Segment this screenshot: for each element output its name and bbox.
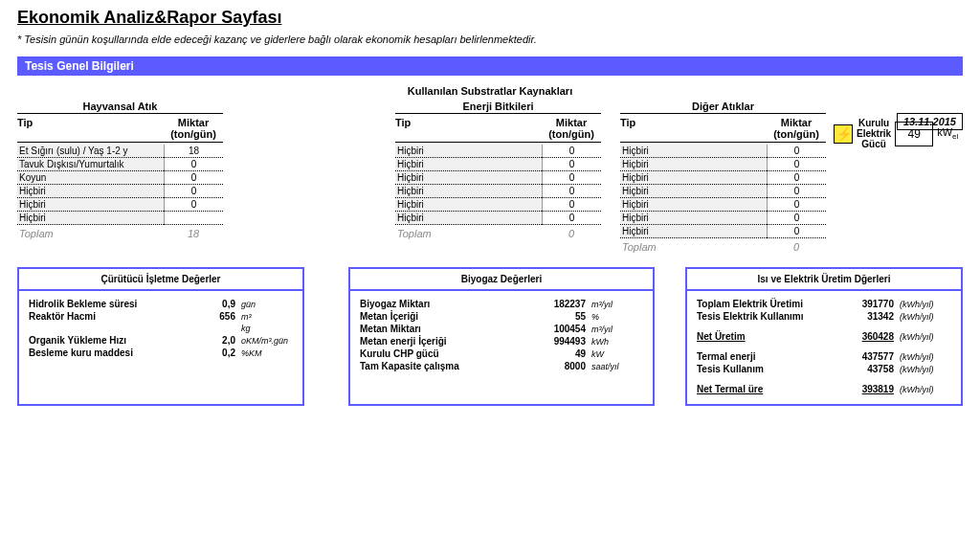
stat-label: Metan enerji İçeriği bbox=[360, 336, 540, 347]
stat-row: Metan Miktarı100454m³/yıl bbox=[360, 324, 643, 334]
stat-value: 0,9 bbox=[189, 299, 235, 309]
stat-row: Biyogaz Miktarı182237m³/yıl bbox=[360, 299, 643, 309]
stat-unit: (kWh/yıl) bbox=[894, 385, 951, 394]
cell-miktar: 0 bbox=[164, 171, 223, 185]
stat-row: Besleme kuru maddesi0,2%KM bbox=[29, 347, 293, 358]
table-row: Hiçbiri0 bbox=[395, 171, 601, 185]
table-row: Hiçbiri0 bbox=[620, 225, 826, 238]
stat-unit: kg bbox=[235, 324, 293, 333]
stat-row: Termal enerji437577(kWh/yıl) bbox=[697, 351, 951, 362]
stat-unit: kWh bbox=[586, 337, 643, 347]
stat-unit: %KM bbox=[235, 348, 293, 358]
col-tip: Tip bbox=[620, 117, 767, 140]
table-row: Hiçbiri0 bbox=[17, 198, 223, 212]
stat-label: Biyogaz Miktarı bbox=[360, 299, 540, 309]
page-subtitle: * Tesisin günün koşullarında elde edeceğ… bbox=[17, 34, 963, 45]
stat-unit: gün bbox=[235, 300, 293, 309]
cell-tip: Hiçbiri bbox=[620, 171, 767, 185]
stat-row: Tam Kapasite çalışma8000saat/yıl bbox=[360, 361, 643, 371]
table-row: Hiçbiri0 bbox=[395, 198, 601, 212]
cell-miktar: 0 bbox=[542, 171, 601, 185]
stat-label: Besleme kuru maddesi bbox=[29, 347, 189, 358]
stat-label: Organik Yükleme Hızı bbox=[29, 335, 189, 346]
cell-miktar: 0 bbox=[542, 185, 601, 198]
stat-row: Metan enerji İçeriği994493kWh bbox=[360, 336, 643, 347]
stat-label: Metan İçeriği bbox=[360, 311, 540, 322]
cell-tip: Hiçbiri bbox=[620, 212, 767, 225]
animal-title: Hayvansal Atık bbox=[17, 101, 223, 114]
table-row: Hiçbiri0 bbox=[620, 145, 826, 158]
stat-value: 2,0 bbox=[189, 335, 235, 346]
stat-unit: kW bbox=[586, 349, 643, 359]
cell-tip: Hiçbiri bbox=[620, 185, 767, 198]
stat-value: 994493 bbox=[540, 336, 586, 347]
cell-tip: Et Sığırı (sulu) / Yaş 1-2 y bbox=[17, 145, 164, 158]
table-row: Koyun0 bbox=[17, 171, 223, 185]
stat-unit: m³/yıl bbox=[586, 300, 643, 309]
cell-tip: Hiçbiri bbox=[17, 198, 164, 212]
stat-label: Net Termal üre bbox=[697, 384, 848, 394]
stat-row: Organik Yükleme Hızı2,0oKM/m³.gün bbox=[29, 335, 293, 346]
stat-unit: m³ bbox=[235, 312, 293, 322]
cell-miktar: 0 bbox=[542, 145, 601, 158]
cell-miktar: 0 bbox=[767, 225, 826, 238]
cell-miktar: 0 bbox=[164, 198, 223, 212]
heat-title: Isı ve Elektrik Üretim Dğerleri bbox=[687, 269, 961, 291]
digester-title: Çürütücü İşletme Değerler bbox=[19, 269, 302, 291]
lightning-icon: ⚡ bbox=[834, 124, 853, 144]
table-row: Hiçbiri0 bbox=[395, 185, 601, 198]
col-miktar: Miktar (ton/gün) bbox=[164, 117, 223, 140]
col-miktar: Miktar (ton/gün) bbox=[542, 117, 601, 140]
stat-unit: saat/yıl bbox=[586, 362, 643, 371]
col-tip: Tip bbox=[395, 117, 542, 140]
stat-label: Termal enerji bbox=[697, 351, 848, 362]
table-row: Hiçbiri0 bbox=[17, 185, 223, 198]
stat-value: 656 bbox=[189, 311, 235, 322]
stat-unit: (kWh/yıl) bbox=[894, 365, 951, 374]
other-title: Diğer Atıklar bbox=[620, 101, 826, 114]
stat-value: 55 bbox=[540, 311, 586, 322]
table-row: Hiçbiri bbox=[17, 212, 223, 225]
stat-value: 49 bbox=[540, 348, 586, 359]
table-row: Hiçbiri0 bbox=[620, 171, 826, 185]
cell-miktar: 0 bbox=[164, 185, 223, 198]
table-row: Hiçbiri0 bbox=[395, 158, 601, 171]
cell-tip: Hiçbiri bbox=[620, 198, 767, 212]
total-label: Toplam bbox=[395, 227, 542, 240]
cell-miktar: 0 bbox=[767, 145, 826, 158]
cell-tip: Hiçbiri bbox=[620, 225, 767, 238]
cell-miktar: 0 bbox=[767, 158, 826, 171]
stat-unit: (kWh/yıl) bbox=[894, 352, 951, 362]
cell-tip: Hiçbiri bbox=[395, 145, 542, 158]
cell-tip: Koyun bbox=[17, 171, 164, 185]
stat-value: 100454 bbox=[540, 324, 586, 334]
cell-tip: Hiçbiri bbox=[395, 171, 542, 185]
stat-unit: (kWh/yıl) bbox=[894, 300, 951, 309]
cell-miktar: 0 bbox=[767, 171, 826, 185]
stat-row: Tesis Elektrik Kullanımı31342(kWh/yıl) bbox=[697, 311, 951, 322]
biogas-panel: Biyogaz Değerleri Biyogaz Miktarı182237m… bbox=[348, 267, 655, 406]
total-label: Toplam bbox=[620, 240, 767, 254]
stat-label: Tesis Kullanım bbox=[697, 364, 848, 374]
col-miktar: Miktar (ton/gün) bbox=[767, 117, 826, 140]
col-tip: Tip bbox=[17, 117, 164, 140]
section-bar: Tesis Genel Bilgileri bbox=[17, 56, 963, 76]
cell-tip: Hiçbiri bbox=[395, 198, 542, 212]
biogas-title: Biyogaz Değerleri bbox=[350, 269, 653, 291]
cell-miktar: 0 bbox=[542, 158, 601, 171]
digester-panel: Çürütücü İşletme Değerler Hidrolik Bekle… bbox=[17, 267, 304, 406]
stat-unit: (kWh/yıl) bbox=[894, 312, 951, 322]
stat-unit: % bbox=[586, 312, 643, 322]
table-row: Tavuk Dışkısı/Yumurtalık0 bbox=[17, 158, 223, 171]
stat-value: 360428 bbox=[848, 331, 894, 342]
stat-value: 31342 bbox=[848, 311, 894, 322]
animal-total: 18 bbox=[164, 227, 223, 240]
stat-value: 0,2 bbox=[189, 347, 235, 358]
cell-miktar bbox=[164, 212, 223, 225]
cell-miktar: 0 bbox=[164, 158, 223, 171]
heat-electric-panel: Isı ve Elektrik Üretim Dğerleri Toplam E… bbox=[685, 267, 963, 406]
cell-tip: Tavuk Dışkısı/Yumurtalık bbox=[17, 158, 164, 171]
date-box: 13.11.2015 bbox=[897, 113, 963, 130]
stat-label: Tam Kapasite çalışma bbox=[360, 361, 540, 371]
stat-unit: (kWh/yıl) bbox=[894, 332, 951, 342]
